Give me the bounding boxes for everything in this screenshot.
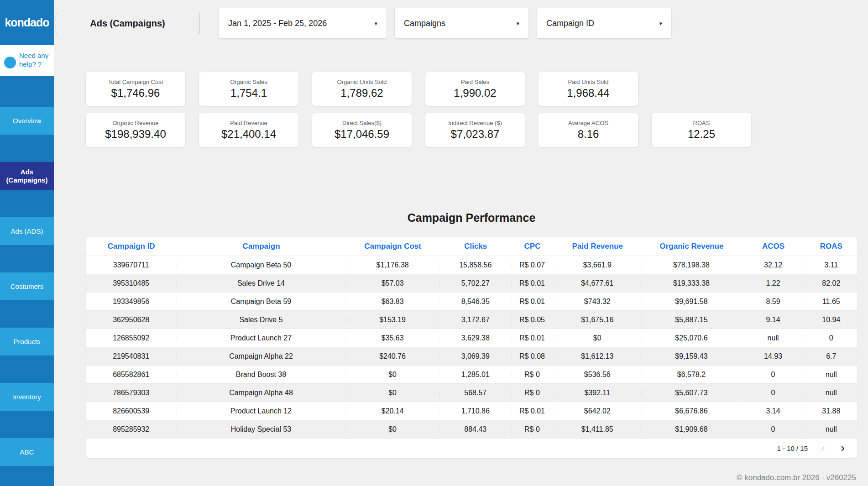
table-row: 193349856Campaign Beta 59$63.838,546.35R…	[86, 292, 857, 310]
chevron-left-icon[interactable]	[820, 445, 827, 452]
cell-clicks: 8,546.35	[440, 298, 512, 306]
sidebar-item-label: Ads (Campaigns)	[2, 168, 52, 184]
column-header-organic-revenue[interactable]: Organic Revenue	[642, 242, 741, 251]
cell-organic-revenue: $25,070.6	[642, 334, 741, 342]
sidebar-item-label: ABC	[20, 448, 34, 456]
help-link-label: Need any help? ?	[19, 52, 48, 69]
cell-organic-revenue: $5,607.73	[642, 389, 741, 397]
page-title: Ads (Campaigns)	[56, 13, 199, 34]
cell-clicks: 15,858.56	[440, 261, 512, 269]
kpi-value: $7,023.87	[451, 128, 500, 141]
column-header-paid-revenue[interactable]: Paid Revenue	[553, 242, 642, 251]
cell-roas: 82.02	[805, 279, 857, 287]
cell-roas: 10.94	[805, 316, 857, 324]
campaign-id-filter-value: Campaign ID	[546, 19, 594, 28]
cell-paid-revenue: $642.02	[553, 407, 642, 415]
cell-campaign: Campaign Beta 50	[177, 261, 345, 269]
table-row: 786579303Campaign Alpha 48$0568.57R$ 0$3…	[86, 383, 857, 402]
cell-clicks: 5,702.27	[440, 279, 512, 287]
cell-cpc: R$ 0.01	[512, 334, 553, 342]
cell-clicks: 1,285.01	[440, 371, 512, 379]
chevron-down-icon: ▾	[374, 20, 377, 27]
cell-cpc: R$ 0	[512, 389, 553, 397]
cell-campaign-id: 826600539	[86, 407, 177, 415]
column-header-roas[interactable]: ROAS	[805, 242, 857, 251]
cell-organic-revenue: $6,578.2	[642, 371, 741, 379]
cell-campaign-cost: $1,176.38	[346, 261, 440, 269]
sidebar: kondado Need any help? ? OverviewAds (Ca…	[0, 0, 54, 486]
kpi-row-2: Organic Revenue $198,939.40 Paid Revenue…	[86, 113, 751, 147]
table-body: 339670711Campaign Beta 50$1,176.3815,858…	[86, 256, 857, 438]
kpi-value: $198,939.40	[105, 128, 166, 141]
cell-paid-revenue: $3,661.9	[553, 261, 642, 269]
kpi-value: 1,789.62	[340, 87, 383, 99]
cell-campaign-cost: $35.63	[346, 334, 440, 342]
cell-acos: 1.22	[741, 279, 805, 287]
kpi-value: 1,968.44	[567, 87, 609, 99]
cell-acos: 0	[741, 425, 805, 434]
cell-campaign-id: 395310485	[86, 279, 177, 287]
table-row: 895285932Holiday Special 53$0884.43R$ 0$…	[86, 420, 857, 438]
cell-paid-revenue: $0	[553, 334, 642, 342]
sidebar-item-abc[interactable]: ABC	[0, 438, 54, 466]
cell-clicks: 3,629.38	[440, 334, 512, 342]
table-row: 362950628Sales Drive 5$153.193,172.67R$ …	[86, 310, 857, 329]
kpi-card-organic-sales: Organic Sales 1,754.1	[199, 72, 298, 106]
cell-campaign-cost: $240.76	[346, 352, 440, 361]
help-link[interactable]: Need any help? ?	[0, 45, 54, 76]
cell-cpc: R$ 0.05	[512, 316, 553, 324]
kpi-label: Paid Units Sold	[568, 78, 609, 85]
column-header-campaign-cost[interactable]: Campaign Cost	[346, 242, 440, 251]
sidebar-item-ads-ads[interactable]: Ads (ADS)	[0, 217, 54, 245]
cell-campaign-cost: $0	[346, 425, 440, 434]
cell-campaign: Sales Drive 14	[177, 279, 345, 287]
cell-acos: 3.14	[741, 407, 805, 415]
kpi-value: 8.16	[578, 128, 599, 141]
campaigns-filter-dropdown[interactable]: Campaigns ▾	[395, 8, 528, 38]
kpi-value: $21,400.14	[221, 128, 276, 141]
sidebar-item-ads-campaigns[interactable]: Ads (Campaigns)	[0, 162, 54, 190]
cell-acos: null	[741, 334, 805, 342]
cell-clicks: 884.43	[440, 425, 512, 434]
kpi-card-paid-sales: Paid Sales 1,990.02	[425, 72, 525, 106]
cell-acos: 0	[741, 371, 805, 379]
column-header-acos[interactable]: ACOS	[741, 242, 805, 251]
cell-clicks: 3,172.67	[440, 316, 512, 324]
cell-campaign-cost: $63.83	[346, 298, 440, 306]
sidebar-item-costumers[interactable]: Costumers	[0, 272, 54, 300]
kpi-card-paid-revenue: Paid Revenue $21,400.14	[199, 113, 298, 147]
pagination: 1 - 10 / 15	[86, 438, 857, 458]
cell-roas: null	[805, 371, 857, 379]
table-row: 395310485Sales Drive 14$57.035,702.27R$ …	[86, 274, 857, 292]
cell-campaign-id: 126855092	[86, 334, 177, 342]
column-header-campaign[interactable]: Campaign	[177, 242, 345, 251]
kpi-card-indirect-revenue: Indirect Revenue ($) $7,023.87	[425, 113, 525, 147]
cell-campaign-id: 362950628	[86, 316, 177, 324]
sidebar-item-inventory[interactable]: Inventory	[0, 383, 54, 411]
sidebar-item-label: Ads (ADS)	[11, 227, 43, 235]
sidebar-item-label: Costumers	[10, 282, 44, 290]
column-header-clicks[interactable]: Clicks	[440, 242, 512, 251]
kpi-label: Indirect Revenue ($)	[448, 120, 502, 126]
cell-clicks: 568.57	[440, 389, 512, 397]
cell-clicks: 1,710.86	[440, 407, 512, 415]
kpi-value: 1,990.02	[454, 87, 496, 99]
date-range-dropdown[interactable]: Jan 1, 2025 - Feb 25, 2026 ▾	[219, 8, 387, 38]
table-row: 126855092Product Launch 27$35.633,629.38…	[86, 329, 857, 347]
main-content: Ads (Campaigns) Jan 1, 2025 - Feb 25, 20…	[54, 0, 868, 486]
cell-campaign-cost: $57.03	[346, 279, 440, 287]
help-line1: Need any	[19, 52, 48, 59]
sidebar-item-overview[interactable]: Overview	[0, 107, 54, 135]
column-header-campaign-id[interactable]: Campaign ID	[86, 242, 177, 251]
sidebar-item-products[interactable]: Products	[0, 328, 54, 355]
cell-roas: 0	[805, 334, 857, 342]
column-header-cpc[interactable]: CPC	[512, 242, 553, 251]
table-row: 339670711Campaign Beta 50$1,176.3815,858…	[86, 256, 857, 274]
campaign-id-filter-dropdown[interactable]: Campaign ID ▾	[537, 8, 671, 38]
chevron-right-icon[interactable]	[839, 444, 847, 453]
kpi-card-paid-units-sold: Paid Units Sold 1,968.44	[539, 72, 638, 106]
footer-copyright: © kondado.com.br 2026 - v260225	[737, 473, 856, 482]
help-line2: help? ?	[19, 60, 42, 68]
kpi-label: Paid Sales	[461, 78, 489, 85]
cell-roas: null	[805, 389, 857, 397]
